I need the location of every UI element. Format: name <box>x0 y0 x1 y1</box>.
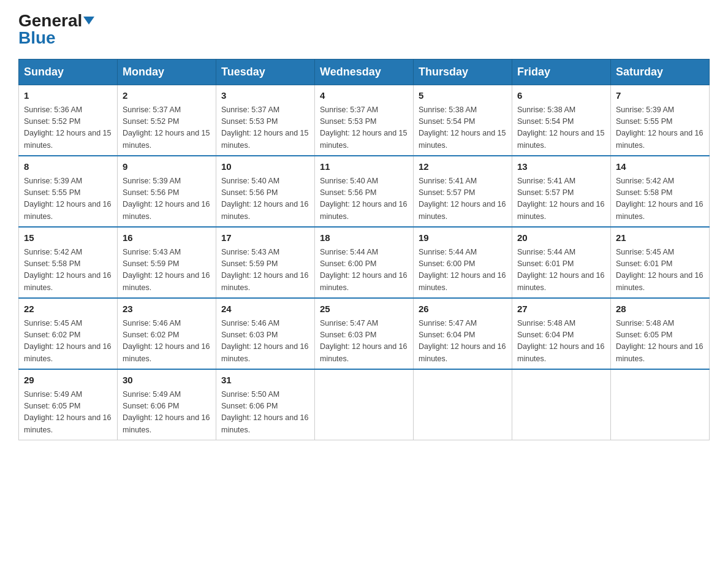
day-number: 24 <box>221 302 309 316</box>
calendar-day-cell: 13Sunrise: 5:41 AMSunset: 5:57 PMDayligh… <box>512 156 611 227</box>
day-info: Sunrise: 5:49 AMSunset: 6:05 PMDaylight:… <box>24 389 112 437</box>
header-monday: Monday <box>118 59 216 85</box>
day-number: 31 <box>221 373 309 388</box>
day-info: Sunrise: 5:37 AMSunset: 5:52 PMDaylight:… <box>123 104 211 152</box>
day-number: 2 <box>123 89 211 103</box>
day-number: 27 <box>517 302 605 316</box>
day-info: Sunrise: 5:42 AMSunset: 5:58 PMDaylight:… <box>24 247 112 294</box>
day-number: 15 <box>24 231 112 245</box>
header-sunday: Sunday <box>19 59 118 85</box>
day-number: 18 <box>320 231 408 245</box>
calendar-day-cell: 24Sunrise: 5:46 AMSunset: 6:03 PMDayligh… <box>216 298 315 369</box>
header-wednesday: Wednesday <box>315 59 414 85</box>
day-info: Sunrise: 5:40 AMSunset: 5:56 PMDaylight:… <box>320 175 408 223</box>
day-number: 21 <box>616 231 704 245</box>
calendar-day-cell <box>315 369 414 440</box>
day-info: Sunrise: 5:45 AMSunset: 6:01 PMDaylight:… <box>616 247 704 294</box>
day-number: 9 <box>123 160 211 174</box>
day-number: 20 <box>517 231 605 245</box>
calendar-day-cell: 4Sunrise: 5:37 AMSunset: 5:53 PMDaylight… <box>315 85 414 156</box>
calendar-day-cell <box>512 369 611 440</box>
calendar-day-cell: 20Sunrise: 5:44 AMSunset: 6:01 PMDayligh… <box>512 227 611 298</box>
day-number: 13 <box>517 160 605 174</box>
calendar-day-cell: 29Sunrise: 5:49 AMSunset: 6:05 PMDayligh… <box>19 369 118 440</box>
calendar-day-cell: 22Sunrise: 5:45 AMSunset: 6:02 PMDayligh… <box>19 298 118 369</box>
calendar-day-cell: 5Sunrise: 5:38 AMSunset: 5:54 PMDaylight… <box>414 85 512 156</box>
calendar-day-cell: 9Sunrise: 5:39 AMSunset: 5:56 PMDaylight… <box>118 156 216 227</box>
day-number: 5 <box>419 89 507 103</box>
calendar-header-row: SundayMondayTuesdayWednesdayThursdayFrid… <box>19 59 710 85</box>
header-thursday: Thursday <box>414 59 512 85</box>
day-number: 16 <box>123 231 211 245</box>
day-info: Sunrise: 5:47 AMSunset: 6:03 PMDaylight:… <box>320 318 408 366</box>
logo-line1: General <box>18 12 94 29</box>
day-number: 17 <box>221 231 309 245</box>
calendar-day-cell: 18Sunrise: 5:44 AMSunset: 6:00 PMDayligh… <box>315 227 414 298</box>
day-info: Sunrise: 5:44 AMSunset: 6:00 PMDaylight:… <box>320 247 408 294</box>
logo-line2: Blue <box>18 29 56 47</box>
day-info: Sunrise: 5:46 AMSunset: 6:02 PMDaylight:… <box>123 318 211 366</box>
day-number: 22 <box>24 302 112 316</box>
day-info: Sunrise: 5:45 AMSunset: 6:02 PMDaylight:… <box>24 318 112 366</box>
calendar-day-cell: 23Sunrise: 5:46 AMSunset: 6:02 PMDayligh… <box>118 298 216 369</box>
calendar-day-cell: 3Sunrise: 5:37 AMSunset: 5:53 PMDaylight… <box>216 85 315 156</box>
day-info: Sunrise: 5:44 AMSunset: 6:00 PMDaylight:… <box>419 247 507 294</box>
day-info: Sunrise: 5:37 AMSunset: 5:53 PMDaylight:… <box>320 104 408 152</box>
calendar-day-cell: 11Sunrise: 5:40 AMSunset: 5:56 PMDayligh… <box>315 156 414 227</box>
day-info: Sunrise: 5:36 AMSunset: 5:52 PMDaylight:… <box>24 104 112 152</box>
day-number: 8 <box>24 160 112 174</box>
page-header: General Blue <box>18 12 710 47</box>
day-number: 25 <box>320 302 408 316</box>
day-info: Sunrise: 5:38 AMSunset: 5:54 PMDaylight:… <box>517 104 605 152</box>
calendar-day-cell: 14Sunrise: 5:42 AMSunset: 5:58 PMDayligh… <box>611 156 710 227</box>
day-number: 14 <box>616 160 704 174</box>
day-info: Sunrise: 5:39 AMSunset: 5:56 PMDaylight:… <box>123 175 211 223</box>
day-number: 29 <box>24 373 112 388</box>
calendar-day-cell: 16Sunrise: 5:43 AMSunset: 5:59 PMDayligh… <box>118 227 216 298</box>
day-info: Sunrise: 5:41 AMSunset: 5:57 PMDaylight:… <box>419 175 507 223</box>
day-info: Sunrise: 5:38 AMSunset: 5:54 PMDaylight:… <box>419 104 507 152</box>
calendar-table: SundayMondayTuesdayWednesdayThursdayFrid… <box>18 59 710 440</box>
calendar-week-row: 1Sunrise: 5:36 AMSunset: 5:52 PMDaylight… <box>19 85 710 156</box>
calendar-day-cell <box>611 369 710 440</box>
day-info: Sunrise: 5:43 AMSunset: 5:59 PMDaylight:… <box>221 247 309 294</box>
day-number: 6 <box>517 89 605 103</box>
calendar-day-cell: 25Sunrise: 5:47 AMSunset: 6:03 PMDayligh… <box>315 298 414 369</box>
day-info: Sunrise: 5:41 AMSunset: 5:57 PMDaylight:… <box>517 175 605 223</box>
day-info: Sunrise: 5:39 AMSunset: 5:55 PMDaylight:… <box>616 104 704 152</box>
day-number: 12 <box>419 160 507 174</box>
day-number: 19 <box>419 231 507 245</box>
calendar-day-cell <box>414 369 512 440</box>
calendar-day-cell: 10Sunrise: 5:40 AMSunset: 5:56 PMDayligh… <box>216 156 315 227</box>
calendar-week-row: 22Sunrise: 5:45 AMSunset: 6:02 PMDayligh… <box>19 298 710 369</box>
calendar-day-cell: 21Sunrise: 5:45 AMSunset: 6:01 PMDayligh… <box>611 227 710 298</box>
day-info: Sunrise: 5:44 AMSunset: 6:01 PMDaylight:… <box>517 247 605 294</box>
day-info: Sunrise: 5:42 AMSunset: 5:58 PMDaylight:… <box>616 175 704 223</box>
header-saturday: Saturday <box>611 59 710 85</box>
calendar-day-cell: 19Sunrise: 5:44 AMSunset: 6:00 PMDayligh… <box>414 227 512 298</box>
calendar-day-cell: 27Sunrise: 5:48 AMSunset: 6:04 PMDayligh… <box>512 298 611 369</box>
day-info: Sunrise: 5:40 AMSunset: 5:56 PMDaylight:… <box>221 175 309 223</box>
logo: General Blue <box>18 12 94 47</box>
day-number: 4 <box>320 89 408 103</box>
calendar-week-row: 8Sunrise: 5:39 AMSunset: 5:55 PMDaylight… <box>19 156 710 227</box>
day-info: Sunrise: 5:43 AMSunset: 5:59 PMDaylight:… <box>123 247 211 294</box>
day-number: 10 <box>221 160 309 174</box>
day-info: Sunrise: 5:49 AMSunset: 6:06 PMDaylight:… <box>123 389 211 437</box>
day-info: Sunrise: 5:50 AMSunset: 6:06 PMDaylight:… <box>221 389 309 437</box>
calendar-day-cell: 31Sunrise: 5:50 AMSunset: 6:06 PMDayligh… <box>216 369 315 440</box>
day-info: Sunrise: 5:46 AMSunset: 6:03 PMDaylight:… <box>221 318 309 366</box>
calendar-day-cell: 1Sunrise: 5:36 AMSunset: 5:52 PMDaylight… <box>19 85 118 156</box>
day-info: Sunrise: 5:48 AMSunset: 6:04 PMDaylight:… <box>517 318 605 366</box>
day-info: Sunrise: 5:48 AMSunset: 6:05 PMDaylight:… <box>616 318 704 366</box>
day-info: Sunrise: 5:47 AMSunset: 6:04 PMDaylight:… <box>419 318 507 366</box>
calendar-day-cell: 26Sunrise: 5:47 AMSunset: 6:04 PMDayligh… <box>414 298 512 369</box>
day-number: 7 <box>616 89 704 103</box>
day-number: 11 <box>320 160 408 174</box>
calendar-day-cell: 7Sunrise: 5:39 AMSunset: 5:55 PMDaylight… <box>611 85 710 156</box>
calendar-day-cell: 28Sunrise: 5:48 AMSunset: 6:05 PMDayligh… <box>611 298 710 369</box>
day-number: 30 <box>123 373 211 388</box>
calendar-week-row: 29Sunrise: 5:49 AMSunset: 6:05 PMDayligh… <box>19 369 710 440</box>
day-number: 1 <box>24 89 112 103</box>
day-number: 23 <box>123 302 211 316</box>
